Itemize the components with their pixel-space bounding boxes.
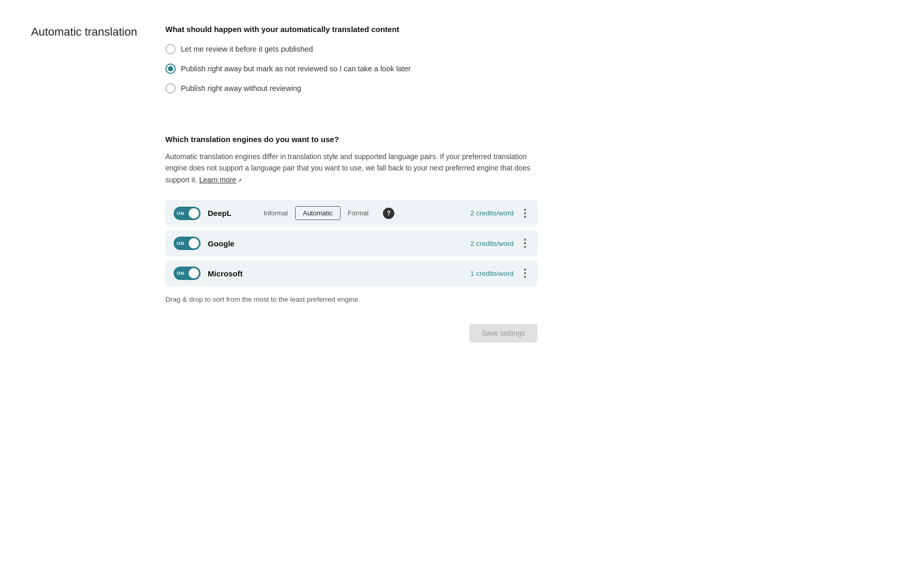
more-dot: [524, 269, 526, 271]
radio-circle-publish-mark: [165, 64, 176, 74]
deepl-tone-informal[interactable]: Informal: [256, 207, 295, 220]
more-dot: [524, 212, 526, 214]
save-settings-button[interactable]: Save settings: [469, 324, 537, 342]
more-dot: [524, 242, 526, 244]
drag-hint: Drag & drop to sort from the most to the…: [165, 295, 537, 303]
microsoft-toggle-knob: [189, 268, 199, 278]
more-dot: [524, 246, 526, 248]
deepl-toggle-knob: [189, 208, 199, 219]
engine-row-deepl: ON DeepL Informal Automatic Formal ? 2 c…: [165, 200, 537, 226]
engine-row-microsoft: ON Microsoft 1 credits/word: [165, 260, 537, 286]
radio-circle-review: [165, 44, 176, 54]
google-toggle[interactable]: ON: [174, 237, 201, 250]
page-container: Automatic translation What should happen…: [0, 0, 924, 561]
engines-section: Which translation engines do you want to…: [165, 135, 537, 303]
microsoft-credits: 1 credits/word: [470, 270, 514, 277]
google-toggle-knob: [189, 238, 199, 248]
more-dot: [524, 209, 526, 211]
microsoft-more-button[interactable]: [521, 267, 529, 280]
more-dot: [524, 239, 526, 241]
engine-row-google: ON Google 2 credits/word: [165, 230, 537, 256]
deepl-credits: 2 credits/word: [470, 209, 514, 217]
engines-list: ON DeepL Informal Automatic Formal ? 2 c…: [165, 200, 537, 290]
deepl-tone-automatic[interactable]: Automatic: [295, 206, 341, 220]
radio-item-publish-no-review[interactable]: Publish right away without reviewing: [165, 83, 537, 93]
sidebar: Automatic translation: [31, 25, 165, 536]
more-dot: [524, 216, 526, 218]
microsoft-toggle-label: ON: [177, 271, 184, 276]
deepl-tone-formal[interactable]: Formal: [341, 207, 376, 220]
radio-group-publication: Let me review it before it gets publishe…: [165, 44, 537, 93]
deepl-tone-buttons: Informal Automatic Formal: [256, 206, 376, 220]
learn-more-link[interactable]: Learn more: [199, 176, 236, 184]
more-dot: [524, 276, 526, 278]
engines-section-title: Which translation engines do you want to…: [165, 135, 537, 144]
radio-label-review: Let me review it before it gets publishe…: [181, 45, 313, 53]
deepl-name: DeepL: [208, 209, 249, 217]
radio-item-publish-mark[interactable]: Publish right away but mark as not revie…: [165, 64, 537, 74]
google-credits: 2 credits/word: [470, 240, 514, 247]
more-dot: [524, 272, 526, 274]
microsoft-name: Microsoft: [208, 269, 249, 278]
radio-circle-publish-no-review: [165, 83, 176, 93]
main-content: What should happen with your automatical…: [165, 25, 537, 536]
publication-section-title: What should happen with your automatical…: [165, 25, 537, 34]
deepl-more-button[interactable]: [521, 207, 529, 220]
google-more-button[interactable]: [521, 237, 529, 250]
radio-label-publish-no-review: Publish right away without reviewing: [181, 84, 301, 92]
deepl-toggle-label: ON: [177, 211, 184, 216]
deepl-toggle[interactable]: ON: [174, 207, 201, 220]
deepl-help-icon[interactable]: ?: [383, 208, 394, 219]
publication-section: What should happen with your automatical…: [165, 25, 537, 93]
radio-label-publish-mark: Publish right away but mark as not revie…: [181, 65, 411, 73]
page-title: Automatic translation: [31, 25, 145, 40]
save-button-row: Save settings: [165, 324, 537, 342]
engines-description: Automatic translation engines differ in …: [165, 151, 537, 185]
microsoft-toggle[interactable]: ON: [174, 267, 201, 280]
radio-item-review[interactable]: Let me review it before it gets publishe…: [165, 44, 537, 54]
external-link-icon: ↗: [237, 177, 242, 183]
google-toggle-label: ON: [177, 241, 184, 246]
google-name: Google: [208, 239, 249, 248]
